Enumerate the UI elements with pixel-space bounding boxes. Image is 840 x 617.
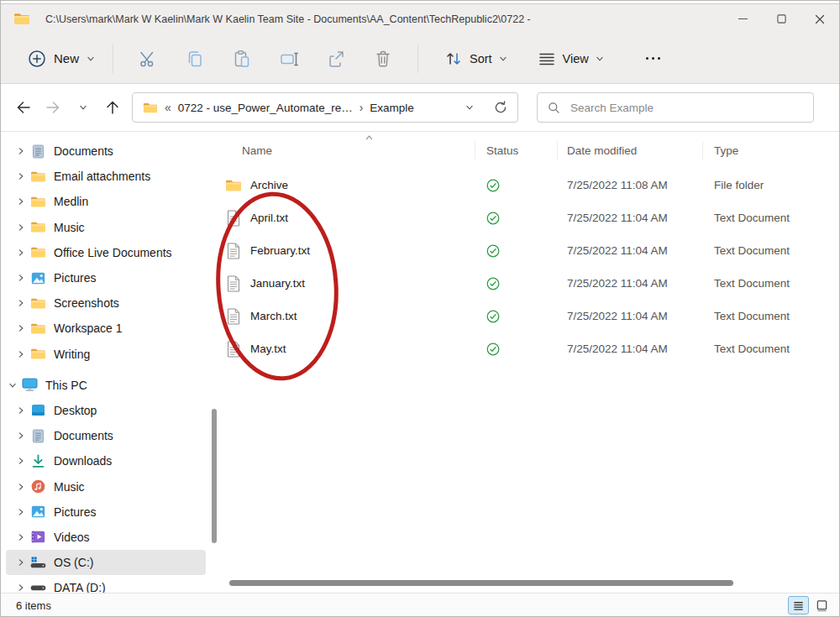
share-button[interactable] bbox=[316, 42, 356, 76]
column-header-status[interactable]: Status bbox=[475, 141, 557, 159]
delete-button[interactable] bbox=[363, 42, 403, 76]
close-button[interactable] bbox=[801, 4, 839, 34]
sidebar-item-writing[interactable]: Writing bbox=[6, 342, 206, 367]
sidebar-item-medlin[interactable]: Medlin bbox=[6, 189, 206, 214]
toolbar-divider bbox=[417, 44, 418, 73]
forward-button[interactable] bbox=[42, 95, 64, 120]
chevron-right-icon[interactable] bbox=[14, 457, 27, 465]
sidebar-item-documents[interactable]: Documents bbox=[6, 139, 206, 164]
file-row-may[interactable]: May.txt 7/25/2022 11:04 AM Text Document bbox=[225, 332, 832, 365]
chevron-right-icon[interactable] bbox=[14, 350, 27, 358]
chevron-right-icon[interactable] bbox=[14, 299, 27, 307]
sidebar-item-workspace-1[interactable]: Workspace 1 bbox=[6, 316, 206, 341]
chevron-right-icon[interactable] bbox=[14, 533, 27, 541]
recent-locations-button[interactable] bbox=[72, 95, 94, 120]
sidebar-item-pictures-pc[interactable]: Pictures bbox=[6, 499, 206, 525]
search-input[interactable] bbox=[570, 102, 803, 114]
sync-check-icon bbox=[486, 310, 500, 323]
title-bar[interactable]: C:\Users\mark\Mark W Kaelin\Mark W Kaeli… bbox=[1, 4, 839, 34]
documents-icon bbox=[29, 144, 46, 159]
chevron-down-icon[interactable] bbox=[6, 381, 18, 390]
sidebar-item-downloads[interactable]: Downloads bbox=[6, 448, 206, 473]
file-row-archive[interactable]: Archive 7/25/2022 11:08 AM File folder bbox=[225, 169, 832, 201]
sidebar-item-label: Workspace 1 bbox=[54, 322, 122, 335]
file-row-february[interactable]: February.txt 7/25/2022 11:04 AM Text Doc… bbox=[225, 234, 832, 267]
sync-check-icon bbox=[486, 179, 500, 192]
view-lines-icon bbox=[538, 50, 556, 68]
sort-button-label: Sort bbox=[470, 52, 492, 65]
copy-button[interactable] bbox=[175, 42, 215, 76]
minimize-button[interactable] bbox=[723, 4, 762, 34]
search-box[interactable] bbox=[537, 92, 814, 123]
chevron-right-icon[interactable] bbox=[14, 508, 27, 516]
sidebar-item-label: Music bbox=[54, 221, 85, 234]
view-button[interactable]: View bbox=[529, 44, 612, 73]
file-row-april[interactable]: April.txt 7/25/2022 11:04 AM Text Docume… bbox=[225, 201, 832, 234]
chevron-right-icon[interactable] bbox=[14, 172, 27, 180]
sidebar-item-music-pc[interactable]: Music bbox=[6, 473, 206, 499]
view-button-label: View bbox=[563, 52, 589, 65]
details-view-icon bbox=[792, 599, 805, 612]
sidebar-item-pictures-onedrive[interactable]: Pictures bbox=[6, 265, 206, 290]
chevron-down-icon bbox=[87, 55, 95, 63]
chevron-right-icon[interactable] bbox=[14, 483, 27, 491]
details-view-button[interactable] bbox=[788, 596, 809, 614]
sidebar-scrollbar-thumb[interactable] bbox=[212, 409, 217, 543]
sidebar-item-this-pc[interactable]: This PC bbox=[6, 373, 206, 398]
file-row-january[interactable]: January.txt 7/25/2022 11:04 AM Text Docu… bbox=[225, 267, 832, 300]
file-name: February.txt bbox=[250, 244, 310, 257]
sidebar-item-office-live-documents[interactable]: Office Live Documents bbox=[6, 240, 206, 265]
column-header-type[interactable]: Type bbox=[702, 141, 832, 159]
file-row-march[interactable]: March.txt 7/25/2022 11:04 AM Text Docume… bbox=[225, 300, 832, 332]
chevron-right-icon[interactable] bbox=[14, 406, 27, 415]
column-header-date-modified[interactable]: Date modified bbox=[557, 141, 702, 159]
explorer-body: Documents Email attachments Medlin Music bbox=[1, 132, 839, 593]
file-date-modified: 7/25/2022 11:04 AM bbox=[557, 310, 702, 322]
chevron-right-icon[interactable] bbox=[14, 324, 27, 332]
chevron-right-icon[interactable] bbox=[14, 558, 27, 567]
chevron-right-icon[interactable] bbox=[14, 583, 27, 592]
file-name: Archive bbox=[250, 179, 288, 191]
chevron-right-icon[interactable] bbox=[14, 223, 27, 232]
sort-ascending-icon bbox=[365, 133, 374, 142]
sidebar-item-label: Music bbox=[54, 480, 85, 494]
maximize-button[interactable] bbox=[762, 4, 801, 34]
back-button[interactable] bbox=[13, 95, 34, 120]
address-bar[interactable]: « 0722 - use_Power_Automate_re… › Exampl… bbox=[132, 92, 518, 123]
cut-button[interactable] bbox=[128, 42, 168, 76]
sidebar-item-label: Screenshots bbox=[54, 296, 119, 310]
breadcrumb-current[interactable]: Example bbox=[370, 102, 414, 114]
more-options-button[interactable] bbox=[638, 49, 669, 68]
up-button[interactable] bbox=[102, 95, 123, 120]
breadcrumb-overflow[interactable]: « bbox=[165, 101, 171, 114]
sidebar-item-data-d[interactable]: DATA (D:) bbox=[6, 575, 206, 593]
rename-button[interactable] bbox=[269, 42, 309, 76]
sidebar-item-screenshots[interactable]: Screenshots bbox=[6, 290, 206, 316]
breadcrumb-parent[interactable]: 0722 - use_Power_Automate_re… bbox=[178, 102, 353, 114]
new-button[interactable]: New bbox=[21, 44, 102, 73]
chevron-right-icon[interactable] bbox=[14, 147, 27, 155]
paste-button[interactable] bbox=[222, 42, 262, 76]
refresh-icon[interactable] bbox=[494, 101, 507, 114]
large-icons-view-button[interactable] bbox=[811, 596, 832, 614]
rename-icon bbox=[280, 50, 298, 68]
horizontal-scrollbar-thumb[interactable] bbox=[229, 580, 733, 586]
chevron-right-icon[interactable] bbox=[14, 197, 27, 206]
address-dropdown-icon[interactable] bbox=[465, 103, 474, 112]
chevron-right-icon[interactable] bbox=[14, 274, 27, 282]
chevron-right-icon[interactable] bbox=[14, 248, 27, 257]
sidebar-item-email-attachments[interactable]: Email attachments bbox=[6, 164, 206, 189]
sidebar-item-os-c[interactable]: OS (C:) bbox=[6, 550, 206, 575]
videos-icon bbox=[29, 529, 46, 545]
sidebar-item-music-folder[interactable]: Music bbox=[6, 215, 206, 240]
sidebar-item-label: Medlin bbox=[54, 195, 88, 208]
chevron-right-icon[interactable] bbox=[14, 431, 27, 440]
text-document-icon bbox=[225, 308, 242, 325]
column-headers: Name Status Date modified Type bbox=[225, 132, 832, 169]
sidebar-item-documents-pc[interactable]: Documents bbox=[6, 423, 206, 448]
sidebar-item-videos[interactable]: Videos bbox=[6, 525, 206, 550]
sort-button[interactable]: Sort bbox=[436, 44, 516, 73]
sidebar-item-desktop[interactable]: Desktop bbox=[6, 398, 206, 423]
column-header-name[interactable]: Name bbox=[225, 141, 475, 159]
file-list-pane: Name Status Date modified Type Archive 7… bbox=[211, 132, 839, 593]
